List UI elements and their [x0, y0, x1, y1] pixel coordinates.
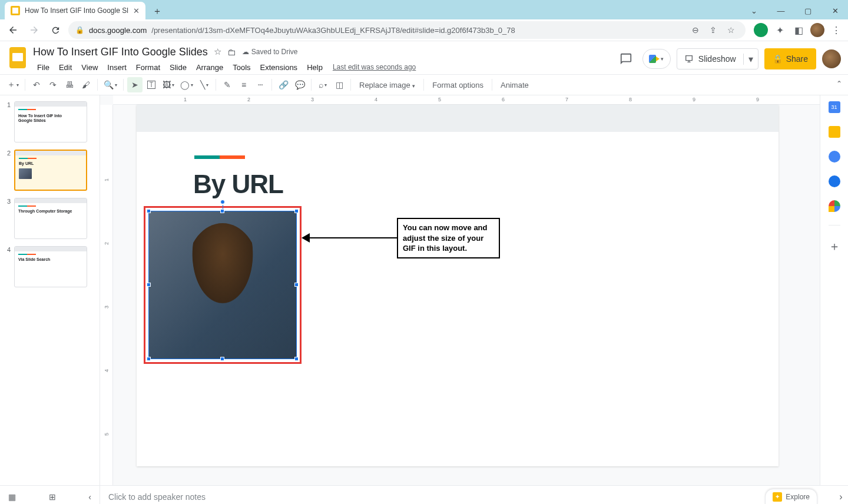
slide-thumbnail-2[interactable]: By URL [14, 150, 87, 191]
textbox-tool[interactable]: 🅃 [144, 77, 159, 92]
resize-handle[interactable] [220, 209, 224, 213]
menu-insert[interactable]: Insert [103, 62, 131, 73]
account-avatar[interactable] [822, 49, 841, 68]
menu-file[interactable]: File [33, 62, 54, 73]
back-button[interactable] [5, 22, 21, 38]
slide-thumbnail-3[interactable]: Through Computer Storage [14, 198, 87, 239]
paint-format-button[interactable]: 🖌 [78, 77, 94, 92]
animate-button[interactable]: Animate [496, 81, 534, 89]
minimize-icon[interactable]: — [768, 2, 794, 19]
comment-button[interactable]: 💬 [292, 77, 307, 92]
resize-handle[interactable] [294, 357, 299, 361]
reload-button[interactable] [47, 22, 64, 38]
mask-button[interactable]: ◫ [332, 77, 347, 92]
move-icon[interactable]: 🗀 [227, 47, 236, 57]
menu-extensions[interactable]: Extensions [256, 62, 302, 73]
maximize-icon[interactable]: ▢ [795, 2, 821, 19]
forward-button[interactable] [26, 22, 42, 38]
close-window-icon[interactable]: ✕ [822, 2, 848, 19]
maps-icon[interactable] [829, 200, 840, 212]
menu-format[interactable]: Format [132, 62, 164, 73]
slide-thumbnail-4[interactable]: Via Slide Search [14, 246, 87, 287]
redo-button[interactable]: ↷ [45, 77, 61, 92]
saved-status[interactable]: ☁ Saved to Drive [242, 48, 298, 56]
new-slide-button[interactable]: ＋ [5, 77, 21, 92]
grid-view-icon[interactable]: ⊞ [49, 492, 56, 502]
side-panel-icon[interactable]: ◧ [791, 23, 806, 37]
share-page-icon[interactable]: ⇪ [705, 22, 721, 38]
extensions-icon[interactable]: ✦ [773, 23, 787, 37]
explore-button[interactable]: ✦ Explore [765, 489, 817, 505]
comments-icon[interactable] [615, 48, 637, 69]
slide-thumbnail-1[interactable]: How To Insert GIF Into Google Slides [14, 101, 87, 142]
browser-tab[interactable]: How To Insert GIF Into Google Sl ✕ [5, 2, 145, 19]
star-icon[interactable]: ☆ [214, 47, 221, 57]
side-panel: ＋ [820, 95, 848, 485]
menu-edit[interactable]: Edit [55, 62, 76, 73]
collapse-toolbar-icon[interactable]: ⌃ [836, 79, 842, 88]
thumb-number: 1 [4, 101, 11, 142]
slide-canvas[interactable]: By URL You can now move and adjust the s… [137, 105, 779, 466]
crop-button[interactable]: ⌕ [315, 77, 330, 92]
bookmark-icon[interactable]: ☆ [723, 22, 738, 38]
contacts-icon[interactable] [829, 175, 840, 187]
meet-button[interactable]: ▾ [642, 49, 671, 69]
filmstrip-view-icon[interactable]: ▦ [8, 492, 16, 502]
rotate-handle[interactable] [220, 200, 225, 204]
cloud-icon: ☁ [242, 48, 249, 56]
format-options-button[interactable]: Format options [428, 81, 488, 89]
zoom-button[interactable]: 🔍 [101, 77, 120, 92]
zoom-icon[interactable]: ⊖ [688, 22, 703, 38]
profile-avatar[interactable] [810, 23, 824, 37]
meet-icon [649, 55, 660, 63]
speaker-notes-input[interactable]: Click to add speaker notes [100, 492, 765, 502]
selected-gif-image[interactable] [144, 206, 302, 364]
shape-tool[interactable]: ◯ [178, 77, 196, 92]
menu-help[interactable]: Help [303, 62, 327, 73]
canvas-area[interactable]: 1 2 3 4 5 6 7 8 9 9 1 2 3 4 5 By URL [100, 95, 848, 485]
border-weight-button[interactable]: ≡ [236, 77, 251, 92]
tasks-icon[interactable] [829, 151, 840, 163]
last-edit-link[interactable]: Last edit was seconds ago [333, 63, 416, 71]
slides-logo[interactable] [7, 47, 28, 68]
slideshow-dropdown[interactable]: ▾ [743, 54, 758, 65]
grammarly-icon[interactable] [754, 23, 768, 37]
menu-view[interactable]: View [77, 62, 102, 73]
document-title[interactable]: How To Insert GIF Into Google Slides [33, 46, 208, 58]
link-button[interactable]: 🔗 [276, 77, 291, 92]
menu-slide[interactable]: Slide [165, 62, 191, 73]
collapse-filmstrip-icon[interactable]: ‹ [88, 492, 91, 502]
toolbar: ＋ ↶ ↷ 🖶 🖌 🔍 ➤ 🅃 🖼 ◯ ╲ ✎ ≡ ┄ 🔗 💬 ⌕ ◫ Repl… [0, 74, 848, 95]
address-bar[interactable]: 🔒 docs.google.com/presentation/d/13sm-dX… [68, 21, 746, 39]
slide-accent-line [194, 155, 245, 159]
close-tab-icon[interactable]: ✕ [133, 6, 140, 15]
resize-handle[interactable] [294, 283, 299, 287]
border-color-button[interactable]: ✎ [220, 77, 235, 92]
add-addon-icon[interactable]: ＋ [829, 238, 840, 254]
replace-image-button[interactable]: Replace image ▾ [355, 81, 420, 89]
border-dash-button[interactable]: ┄ [253, 77, 268, 92]
resize-handle[interactable] [220, 357, 224, 361]
resize-handle[interactable] [294, 209, 299, 213]
slideshow-button[interactable]: Slideshow ▾ [677, 48, 758, 69]
menu-tools[interactable]: Tools [228, 62, 254, 73]
select-tool[interactable]: ➤ [127, 77, 143, 92]
slide-top-band [137, 105, 779, 132]
undo-button[interactable]: ↶ [29, 77, 44, 92]
image-tool[interactable]: 🖼 [160, 77, 177, 92]
share-button[interactable]: 🔒 Share [764, 48, 816, 69]
line-tool[interactable]: ╲ [197, 77, 212, 92]
keep-icon[interactable] [829, 126, 840, 138]
filmstrip[interactable]: 1 How To Insert GIF Into Google Slides 2… [0, 95, 100, 485]
resize-handle[interactable] [147, 357, 151, 361]
print-button[interactable]: 🖶 [62, 77, 77, 92]
slide-title[interactable]: By URL [193, 170, 283, 199]
menu-arrange[interactable]: Arrange [192, 62, 227, 73]
resize-handle[interactable] [147, 283, 151, 287]
chevron-down-icon[interactable]: ⌄ [741, 2, 767, 19]
resize-handle[interactable] [147, 209, 151, 213]
new-tab-button[interactable]: ＋ [149, 3, 165, 19]
browser-menu-icon[interactable]: ⋮ [829, 23, 843, 37]
calendar-icon[interactable] [829, 101, 840, 113]
hide-side-panel-icon[interactable]: › [834, 492, 848, 502]
